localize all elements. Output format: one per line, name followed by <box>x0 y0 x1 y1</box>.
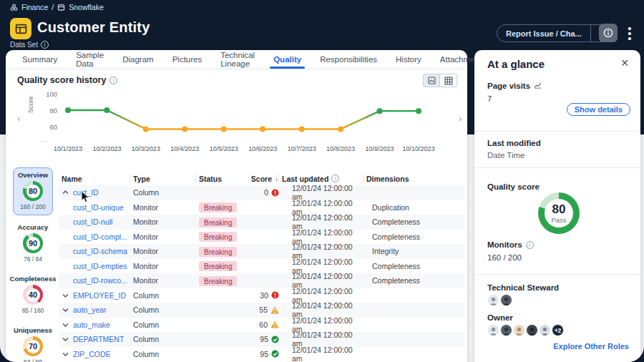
ring-score: 80 <box>29 187 37 195</box>
divider <box>474 167 640 168</box>
row-name-link[interactable]: EMPLOYEE_ID <box>73 291 126 300</box>
score-value: 55 <box>259 305 268 314</box>
tab-diagram[interactable]: Diagram <box>113 50 162 69</box>
show-details-button[interactable]: Show details <box>567 103 630 116</box>
panel-title: At a glance <box>487 58 545 70</box>
info-icon[interactable]: i <box>41 41 49 49</box>
chart-view-button[interactable] <box>423 74 440 87</box>
column-header-label: Dimensions <box>366 175 409 183</box>
tab-responsibilities[interactable]: Responsibilities <box>311 50 386 69</box>
score-summary-accuracy[interactable]: Accuracy9076 / 84 <box>13 220 53 267</box>
row-name-link[interactable]: cust_ID <box>73 188 99 197</box>
column-info-icon[interactable]: i <box>331 175 339 182</box>
table-row: cust_ID-compl...MonitorBreaking12/01/24 … <box>59 230 464 245</box>
chart-point[interactable] <box>416 108 421 114</box>
tab-summary[interactable]: Summary <box>13 50 67 69</box>
expand-row-icon[interactable] <box>62 352 69 356</box>
monitors-value: 160 / 200 <box>487 253 522 262</box>
chart-point[interactable] <box>338 126 343 132</box>
explore-other-roles-link[interactable]: Explore Other Roles <box>553 342 629 351</box>
chart-point[interactable] <box>143 126 149 132</box>
column-header-score[interactable]: Score↓ <box>249 174 279 183</box>
breadcrumb-domain[interactable]: Finance <box>21 3 48 11</box>
table-view-button[interactable] <box>440 74 457 87</box>
row-name-link[interactable]: cust_ID-empties <box>73 262 127 270</box>
score-summary-completeness[interactable]: Completeness4065 / 160 <box>13 272 53 318</box>
row-name-link[interactable]: cust_ID-unique <box>73 203 124 212</box>
cell-score: 30 <box>249 291 279 300</box>
avatar[interactable] <box>500 324 512 336</box>
chart-point[interactable] <box>260 126 265 132</box>
avatar[interactable] <box>500 294 512 306</box>
status-badge: Breaking <box>199 232 237 242</box>
avatar[interactable] <box>539 324 551 336</box>
score-warning-icon <box>270 306 279 314</box>
chart-segment <box>107 110 145 129</box>
owner-avatars: +2 <box>487 324 564 336</box>
score-summary-overview[interactable]: Overview80160 / 200 <box>13 167 53 215</box>
tab-history[interactable]: History <box>386 50 431 69</box>
x-tick: 10/1/2023 <box>46 145 90 152</box>
expand-row-icon[interactable] <box>62 337 69 341</box>
score-value: 60 <box>259 321 268 329</box>
row-name-link[interactable]: DEPARTMENT <box>73 335 124 343</box>
row-name-link[interactable]: auto_year <box>73 305 107 314</box>
chart-point[interactable] <box>221 126 227 132</box>
page-info-button[interactable] <box>599 24 618 42</box>
row-name-link[interactable]: cust_ID-rowco... <box>73 276 127 285</box>
close-icon[interactable]: ✕ <box>620 57 629 69</box>
score-value: 95 <box>260 335 268 343</box>
avatar[interactable] <box>513 324 525 336</box>
column-header-last-updated[interactable]: Last updatedi <box>279 174 364 183</box>
tab-quality[interactable]: Quality <box>264 50 311 69</box>
row-name-link[interactable]: auto_make <box>73 321 110 329</box>
expand-row-icon[interactable] <box>62 308 69 312</box>
column-header-name[interactable]: Name <box>59 174 130 183</box>
cell-name: EMPLOYEE_ID <box>59 291 130 300</box>
table-row: cust_IDColumn012/01/24 12:00:00 am <box>59 185 464 200</box>
chart-point[interactable] <box>299 126 305 132</box>
ring-status: Pass <box>551 216 566 224</box>
avatar-overflow-badge[interactable]: +2 <box>552 324 564 336</box>
row-name-link[interactable]: ZIP_CODE <box>73 350 111 358</box>
sort-desc-icon[interactable]: ↓ <box>275 175 278 182</box>
collapse-row-icon[interactable] <box>62 190 69 195</box>
column-header-status[interactable]: Status <box>196 174 249 183</box>
table-row: ZIP_CODEColumn9512/01/24 12:00:00 am <box>59 347 464 362</box>
score-ring: 80 <box>23 181 43 201</box>
expand-row-icon[interactable] <box>62 323 69 327</box>
tab-pictures[interactable]: Pictures <box>163 50 212 69</box>
chart-point[interactable] <box>65 107 71 113</box>
breadcrumb-source[interactable]: Snowflake <box>69 3 103 11</box>
tab-technical-lineage[interactable]: Technical Lineage <box>211 50 264 69</box>
avatar[interactable] <box>526 324 538 336</box>
table-row: cust_ID-nullMonitorBreaking12/01/24 12:0… <box>59 215 464 230</box>
avatar[interactable] <box>487 294 499 306</box>
chart-next-button[interactable]: › <box>459 113 462 124</box>
cell-dimensions: Duplication <box>364 203 464 212</box>
x-tick: 10/5/2023 <box>202 145 246 152</box>
report-issue-button[interactable]: Report Issue / Cha... <box>497 24 613 42</box>
chart-prev-button[interactable]: ‹ <box>17 113 20 124</box>
column-header-label: Status <box>199 175 222 183</box>
last-modified-value: Date Time <box>487 151 525 160</box>
column-header-dimensions[interactable]: Dimensions <box>364 174 464 183</box>
chart-point[interactable] <box>377 108 383 114</box>
monitors-info-icon[interactable]: i <box>526 241 534 249</box>
expand-row-icon[interactable] <box>62 293 69 298</box>
column-header-label: Type <box>133 175 150 183</box>
more-options-button[interactable]: ••• <box>625 26 634 41</box>
avatar[interactable] <box>487 324 499 336</box>
cell-type: Monitor <box>130 247 196 255</box>
row-name-link[interactable]: cust_ID-compl... <box>73 233 127 241</box>
column-header-type[interactable]: Type <box>130 174 196 183</box>
row-name-link[interactable]: cust_ID-schema <box>73 247 127 255</box>
cell-type: Monitor <box>130 276 196 285</box>
score-summary-uniqueness[interactable]: Uniqueness7063 / 90 <box>13 323 53 362</box>
cell-type: Column <box>130 188 196 197</box>
row-name-link[interactable]: cust_ID-null <box>73 217 112 226</box>
chart-point[interactable] <box>182 126 187 132</box>
tab-sample-data[interactable]: Sample Data <box>67 50 113 69</box>
chart-point[interactable] <box>104 107 109 113</box>
chart-info-icon[interactable]: i <box>109 77 117 84</box>
